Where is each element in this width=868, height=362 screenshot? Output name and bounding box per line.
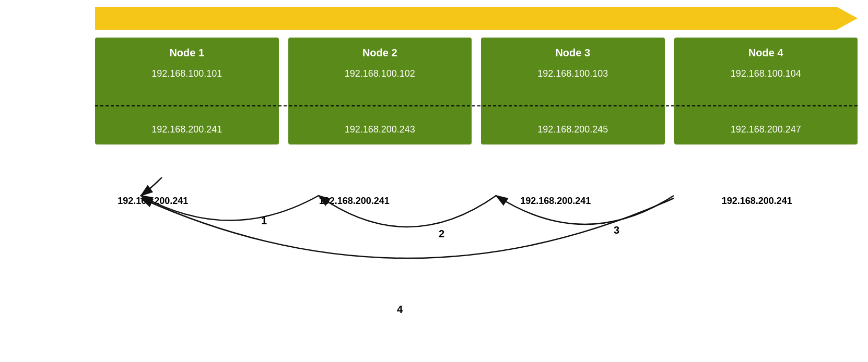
- node-dynamic-ip-4: 192.168.200.247: [731, 124, 801, 135]
- dashed-divider: [95, 105, 858, 106]
- node-static-ip-3: 192.168.100.103: [537, 68, 608, 79]
- node-static-ip-1: 192.168.100.101: [151, 68, 222, 79]
- node-box-4: Node 4 192.168.100.104 192.168.200.247: [674, 38, 858, 144]
- bottom-ip-row: 192.168.200.241192.168.200.241192.168.20…: [52, 196, 858, 207]
- node-box-3: Node 3 192.168.100.103 192.168.200.245: [481, 38, 665, 144]
- connector-path: [141, 177, 162, 196]
- arrow-label-2: 2: [439, 228, 444, 239]
- node-title-3: Node 3: [555, 47, 590, 59]
- arrow-label-1: 1: [261, 215, 267, 226]
- bottom-ip-3: 192.168.200.241: [467, 196, 644, 207]
- arrow-label-4: 4: [397, 304, 403, 315]
- node-dynamic-ip-3: 192.168.200.245: [537, 124, 608, 135]
- reboot-arrow-container: [95, 5, 858, 31]
- bottom-ip-2: 192.168.200.241: [266, 196, 443, 207]
- node-box-1: Node 1 192.168.100.101 192.168.200.241: [95, 38, 279, 144]
- node-dynamic-ip-2: 192.168.200.243: [345, 124, 415, 135]
- bottom-ip-4: 192.168.200.241: [668, 196, 846, 207]
- nodes-section: Node 1 192.168.100.101 192.168.200.241 N…: [95, 38, 858, 144]
- node-title-4: Node 4: [748, 47, 783, 59]
- bottom-ip-1: 192.168.200.241: [64, 196, 241, 207]
- node-title-1: Node 1: [169, 47, 204, 59]
- arrow-path-4: [141, 198, 674, 258]
- node-dynamic-ip-1: 192.168.200.241: [151, 124, 222, 135]
- node-static-ip-4: 192.168.100.104: [731, 68, 801, 79]
- reboot-arrow: [95, 7, 858, 30]
- node-static-ip-2: 192.168.100.102: [345, 68, 415, 79]
- arrow-label-3: 3: [614, 224, 619, 236]
- node-box-2: Node 2 192.168.100.102 192.168.200.243: [288, 38, 472, 144]
- node-title-2: Node 2: [362, 47, 397, 59]
